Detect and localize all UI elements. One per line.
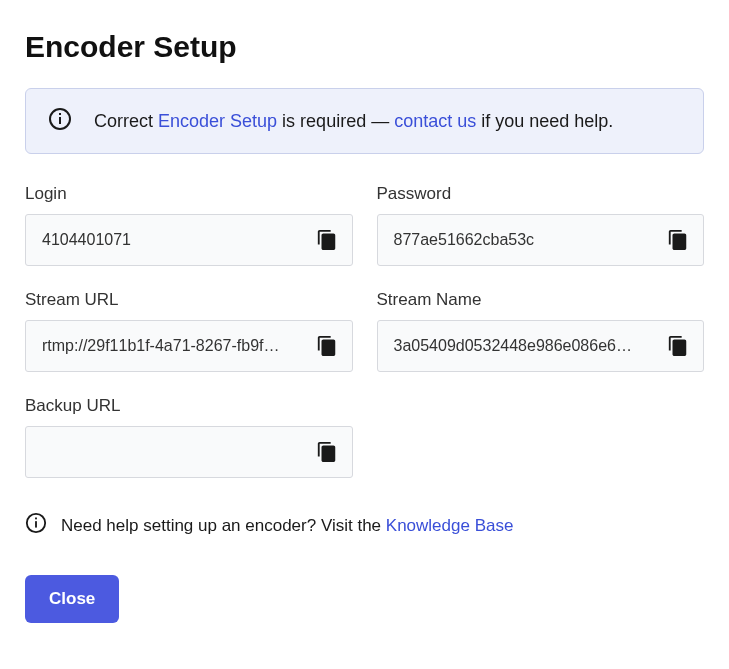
backup-url-input[interactable] — [25, 426, 353, 478]
login-label: Login — [25, 184, 353, 204]
stream-name-field: Stream Name 3a05409d0532448e986e086e6… — [377, 290, 705, 372]
page-title: Encoder Setup — [25, 30, 704, 64]
login-field: Login 4104401071 — [25, 184, 353, 266]
help-text-wrap: Need help setting up an encoder? Visit t… — [61, 516, 513, 536]
login-value: 4104401071 — [42, 231, 312, 249]
password-field: Password 877ae51662cba53c — [377, 184, 705, 266]
backup-url-field: Backup URL — [25, 396, 353, 478]
copy-icon[interactable] — [312, 225, 342, 255]
login-input[interactable]: 4104401071 — [25, 214, 353, 266]
stream-url-input[interactable]: rtmp://29f11b1f-4a71-8267-fb9f… — [25, 320, 353, 372]
password-label: Password — [377, 184, 705, 204]
help-row: Need help setting up an encoder? Visit t… — [25, 512, 704, 539]
svg-rect-2 — [59, 113, 61, 115]
knowledge-base-link[interactable]: Knowledge Base — [386, 516, 514, 535]
copy-icon[interactable] — [312, 437, 342, 467]
copy-icon[interactable] — [663, 225, 693, 255]
contact-us-link[interactable]: contact us — [394, 111, 476, 131]
encoder-setup-link[interactable]: Encoder Setup — [158, 111, 277, 131]
stream-url-field: Stream URL rtmp://29f11b1f-4a71-8267-fb9… — [25, 290, 353, 372]
help-text: Need help setting up an encoder? Visit t… — [61, 516, 386, 535]
svg-rect-4 — [35, 521, 37, 527]
backup-url-label: Backup URL — [25, 396, 353, 416]
password-value: 877ae51662cba53c — [394, 231, 664, 249]
stream-name-label: Stream Name — [377, 290, 705, 310]
alert-text: Correct Encoder Setup is required — cont… — [94, 111, 613, 132]
copy-icon[interactable] — [312, 331, 342, 361]
stream-name-value: 3a05409d0532448e986e086e6… — [394, 337, 664, 355]
alert-mid: is required — — [277, 111, 394, 131]
alert-banner: Correct Encoder Setup is required — cont… — [25, 88, 704, 154]
copy-icon[interactable] — [663, 331, 693, 361]
svg-rect-5 — [35, 518, 37, 520]
alert-suffix: if you need help. — [476, 111, 613, 131]
info-icon — [48, 107, 72, 135]
close-button[interactable]: Close — [25, 575, 119, 623]
svg-rect-1 — [59, 117, 61, 124]
stream-url-value: rtmp://29f11b1f-4a71-8267-fb9f… — [42, 337, 312, 355]
stream-url-label: Stream URL — [25, 290, 353, 310]
password-input[interactable]: 877ae51662cba53c — [377, 214, 705, 266]
info-icon — [25, 512, 47, 539]
stream-name-input[interactable]: 3a05409d0532448e986e086e6… — [377, 320, 705, 372]
alert-prefix: Correct — [94, 111, 158, 131]
